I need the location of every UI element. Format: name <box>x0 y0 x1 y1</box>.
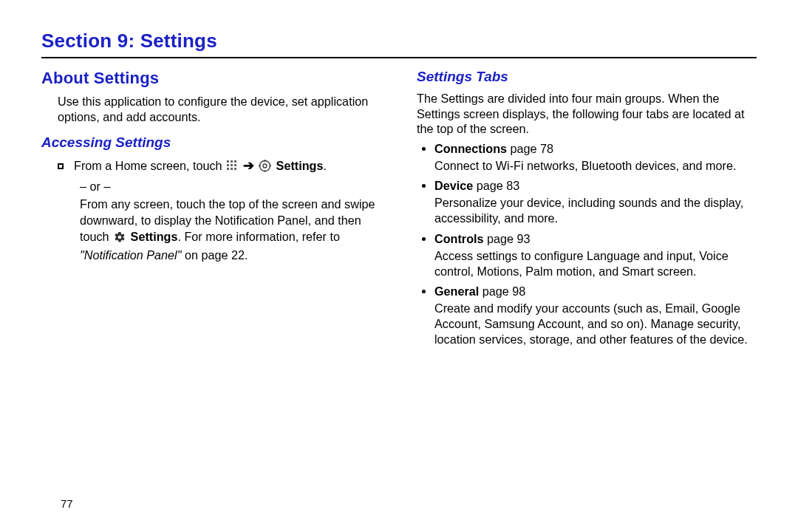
settings-label: Settings <box>273 159 323 172</box>
settings-gear-icon <box>114 231 126 248</box>
page-number: 77 <box>61 497 73 510</box>
left-column: About Settings Use this application to c… <box>41 69 381 352</box>
svg-rect-6 <box>227 168 229 170</box>
tab-desc: Create and modify your accounts (such as… <box>434 301 757 347</box>
settings-tabs-heading: Settings Tabs <box>417 69 757 85</box>
arrow-icon: ➔ <box>243 158 254 173</box>
svg-rect-1 <box>231 160 233 163</box>
tab-item-controls: Controls page 93 Access settings to conf… <box>434 231 757 279</box>
tab-item-general: General page 98 Create and modify your a… <box>434 284 757 347</box>
access-step-1-pre: From a Home screen, touch <box>74 159 225 172</box>
settings-gear-icon <box>259 160 271 177</box>
tab-name: Connections <box>434 142 507 155</box>
svg-point-10 <box>263 164 267 168</box>
tab-item-connections: Connections page 78 Connect to Wi-Fi net… <box>434 141 757 174</box>
or-separator: – or – <box>80 180 381 194</box>
tab-desc: Personalize your device, including sound… <box>434 195 757 226</box>
tab-page: page 93 <box>484 232 531 245</box>
tab-name: Controls <box>434 232 484 245</box>
section-title: Section 9: Settings <box>41 30 757 52</box>
about-settings-intro: Use this application to configure the de… <box>41 94 381 124</box>
manual-page: Section 9: Settings About Settings Use t… <box>0 0 798 532</box>
svg-rect-0 <box>227 160 229 163</box>
tab-page: page 83 <box>473 179 519 192</box>
tab-item-device: Device page 83 Personalize your device, … <box>434 178 757 226</box>
svg-rect-7 <box>231 168 233 170</box>
period: . <box>323 159 327 172</box>
square-bullet-icon <box>58 163 64 169</box>
svg-rect-5 <box>234 164 236 166</box>
settings-tabs-list: Connections page 78 Connect to Wi-Fi net… <box>417 141 757 347</box>
accessing-settings-heading: Accessing Settings <box>41 134 381 151</box>
svg-rect-8 <box>234 168 236 170</box>
tab-desc: Connect to Wi-Fi networks, Bluetooth dev… <box>434 158 757 174</box>
access-step-2b: . For more information, refer to <box>177 230 340 243</box>
svg-point-9 <box>260 161 270 171</box>
tab-page: page 78 <box>507 142 553 155</box>
access-step-2-pg: on page 22. <box>181 248 248 262</box>
tab-desc: Access settings to configure Language an… <box>434 248 757 279</box>
settings-label-2: Settings <box>131 230 178 243</box>
tab-name: Device <box>434 179 473 192</box>
access-step-2: From any screen, touch the top of the sc… <box>41 197 381 263</box>
svg-rect-2 <box>234 160 236 163</box>
tab-name: General <box>434 284 479 298</box>
right-column: Settings Tabs The Settings are divided i… <box>417 69 757 352</box>
apps-grid-icon <box>227 160 239 177</box>
divider <box>41 57 757 58</box>
two-column-layout: About Settings Use this application to c… <box>41 69 757 352</box>
svg-rect-4 <box>231 164 233 166</box>
notification-panel-ref: "Notification Panel" <box>80 248 181 262</box>
about-settings-heading: About Settings <box>41 69 381 88</box>
tab-page: page 98 <box>479 284 525 298</box>
access-step-1: From a Home screen, touch ➔ Settings. <box>41 157 381 177</box>
settings-tabs-intro: The Settings are divided into four main … <box>417 91 757 137</box>
svg-rect-3 <box>227 164 229 166</box>
